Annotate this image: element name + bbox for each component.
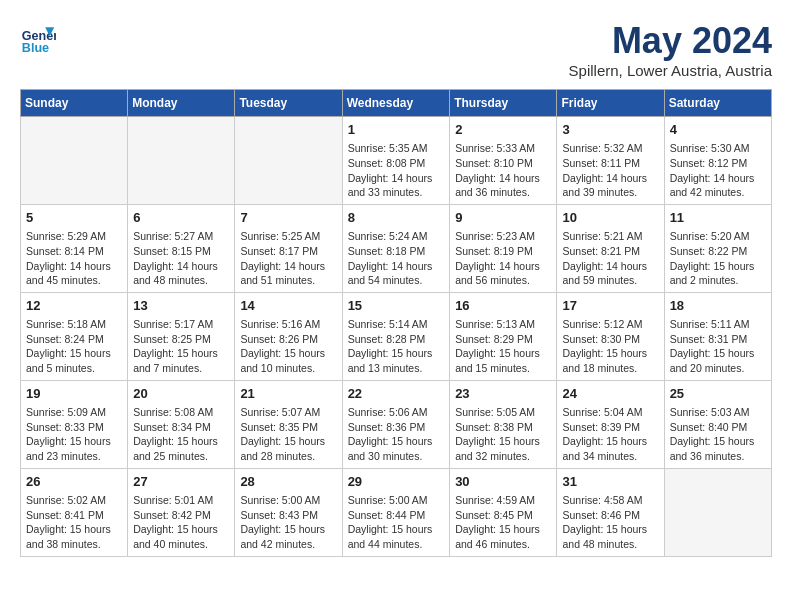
day-info: Sunrise: 5:24 AM Sunset: 8:18 PM Dayligh… <box>348 229 445 288</box>
day-info: Sunrise: 5:14 AM Sunset: 8:28 PM Dayligh… <box>348 317 445 376</box>
day-number: 6 <box>133 209 229 227</box>
day-info: Sunrise: 5:02 AM Sunset: 8:41 PM Dayligh… <box>26 493 122 552</box>
calendar-day-cell: 29Sunrise: 5:00 AM Sunset: 8:44 PM Dayli… <box>342 468 450 556</box>
calendar-day-cell: 21Sunrise: 5:07 AM Sunset: 8:35 PM Dayli… <box>235 380 342 468</box>
calendar-day-cell: 2Sunrise: 5:33 AM Sunset: 8:10 PM Daylig… <box>450 117 557 205</box>
day-number: 23 <box>455 385 551 403</box>
calendar-day-cell: 11Sunrise: 5:20 AM Sunset: 8:22 PM Dayli… <box>664 204 771 292</box>
day-info: Sunrise: 5:08 AM Sunset: 8:34 PM Dayligh… <box>133 405 229 464</box>
day-info: Sunrise: 5:17 AM Sunset: 8:25 PM Dayligh… <box>133 317 229 376</box>
calendar-day-cell: 10Sunrise: 5:21 AM Sunset: 8:21 PM Dayli… <box>557 204 664 292</box>
day-info: Sunrise: 5:00 AM Sunset: 8:43 PM Dayligh… <box>240 493 336 552</box>
month-title: May 2024 <box>569 20 772 62</box>
day-info: Sunrise: 5:07 AM Sunset: 8:35 PM Dayligh… <box>240 405 336 464</box>
day-number: 3 <box>562 121 658 139</box>
day-number: 31 <box>562 473 658 491</box>
calendar-day-cell <box>128 117 235 205</box>
calendar-day-cell <box>21 117 128 205</box>
day-info: Sunrise: 5:33 AM Sunset: 8:10 PM Dayligh… <box>455 141 551 200</box>
calendar-day-cell: 17Sunrise: 5:12 AM Sunset: 8:30 PM Dayli… <box>557 292 664 380</box>
day-number: 16 <box>455 297 551 315</box>
day-info: Sunrise: 5:20 AM Sunset: 8:22 PM Dayligh… <box>670 229 766 288</box>
calendar-day-cell: 18Sunrise: 5:11 AM Sunset: 8:31 PM Dayli… <box>664 292 771 380</box>
calendar-day-cell: 23Sunrise: 5:05 AM Sunset: 8:38 PM Dayli… <box>450 380 557 468</box>
day-number: 17 <box>562 297 658 315</box>
day-info: Sunrise: 5:01 AM Sunset: 8:42 PM Dayligh… <box>133 493 229 552</box>
calendar-day-cell: 22Sunrise: 5:06 AM Sunset: 8:36 PM Dayli… <box>342 380 450 468</box>
calendar-week-row: 26Sunrise: 5:02 AM Sunset: 8:41 PM Dayli… <box>21 468 772 556</box>
day-number: 25 <box>670 385 766 403</box>
day-info: Sunrise: 5:18 AM Sunset: 8:24 PM Dayligh… <box>26 317 122 376</box>
day-number: 1 <box>348 121 445 139</box>
day-info: Sunrise: 5:30 AM Sunset: 8:12 PM Dayligh… <box>670 141 766 200</box>
day-number: 8 <box>348 209 445 227</box>
day-number: 30 <box>455 473 551 491</box>
day-info: Sunrise: 5:05 AM Sunset: 8:38 PM Dayligh… <box>455 405 551 464</box>
day-number: 26 <box>26 473 122 491</box>
calendar-week-row: 5Sunrise: 5:29 AM Sunset: 8:14 PM Daylig… <box>21 204 772 292</box>
day-info: Sunrise: 5:00 AM Sunset: 8:44 PM Dayligh… <box>348 493 445 552</box>
day-number: 19 <box>26 385 122 403</box>
day-number: 2 <box>455 121 551 139</box>
calendar-day-cell: 26Sunrise: 5:02 AM Sunset: 8:41 PM Dayli… <box>21 468 128 556</box>
title-block: May 2024 Spillern, Lower Austria, Austri… <box>569 20 772 79</box>
calendar-day-cell: 8Sunrise: 5:24 AM Sunset: 8:18 PM Daylig… <box>342 204 450 292</box>
day-number: 27 <box>133 473 229 491</box>
day-number: 28 <box>240 473 336 491</box>
page-header: General Blue General Blue May 2024 Spill… <box>20 20 772 79</box>
day-number: 10 <box>562 209 658 227</box>
calendar-week-row: 19Sunrise: 5:09 AM Sunset: 8:33 PM Dayli… <box>21 380 772 468</box>
day-info: Sunrise: 5:09 AM Sunset: 8:33 PM Dayligh… <box>26 405 122 464</box>
calendar-day-cell: 28Sunrise: 5:00 AM Sunset: 8:43 PM Dayli… <box>235 468 342 556</box>
calendar-day-cell: 19Sunrise: 5:09 AM Sunset: 8:33 PM Dayli… <box>21 380 128 468</box>
calendar-day-cell: 15Sunrise: 5:14 AM Sunset: 8:28 PM Dayli… <box>342 292 450 380</box>
weekday-header: Sunday <box>21 90 128 117</box>
day-info: Sunrise: 5:29 AM Sunset: 8:14 PM Dayligh… <box>26 229 122 288</box>
calendar-day-cell: 7Sunrise: 5:25 AM Sunset: 8:17 PM Daylig… <box>235 204 342 292</box>
svg-text:Blue: Blue <box>22 41 49 55</box>
day-number: 14 <box>240 297 336 315</box>
day-info: Sunrise: 5:06 AM Sunset: 8:36 PM Dayligh… <box>348 405 445 464</box>
calendar-day-cell: 20Sunrise: 5:08 AM Sunset: 8:34 PM Dayli… <box>128 380 235 468</box>
day-number: 21 <box>240 385 336 403</box>
weekday-header: Thursday <box>450 90 557 117</box>
day-info: Sunrise: 5:21 AM Sunset: 8:21 PM Dayligh… <box>562 229 658 288</box>
calendar-day-cell: 27Sunrise: 5:01 AM Sunset: 8:42 PM Dayli… <box>128 468 235 556</box>
day-number: 18 <box>670 297 766 315</box>
day-number: 12 <box>26 297 122 315</box>
day-info: Sunrise: 4:58 AM Sunset: 8:46 PM Dayligh… <box>562 493 658 552</box>
day-info: Sunrise: 5:12 AM Sunset: 8:30 PM Dayligh… <box>562 317 658 376</box>
calendar-day-cell: 12Sunrise: 5:18 AM Sunset: 8:24 PM Dayli… <box>21 292 128 380</box>
day-info: Sunrise: 5:04 AM Sunset: 8:39 PM Dayligh… <box>562 405 658 464</box>
calendar-week-row: 1Sunrise: 5:35 AM Sunset: 8:08 PM Daylig… <box>21 117 772 205</box>
day-info: Sunrise: 5:32 AM Sunset: 8:11 PM Dayligh… <box>562 141 658 200</box>
day-info: Sunrise: 5:11 AM Sunset: 8:31 PM Dayligh… <box>670 317 766 376</box>
day-number: 7 <box>240 209 336 227</box>
day-number: 20 <box>133 385 229 403</box>
calendar-day-cell: 3Sunrise: 5:32 AM Sunset: 8:11 PM Daylig… <box>557 117 664 205</box>
weekday-header: Monday <box>128 90 235 117</box>
day-number: 22 <box>348 385 445 403</box>
calendar-day-cell: 13Sunrise: 5:17 AM Sunset: 8:25 PM Dayli… <box>128 292 235 380</box>
logo: General Blue General Blue <box>20 20 56 56</box>
logo-icon: General Blue <box>20 20 56 56</box>
weekday-header: Friday <box>557 90 664 117</box>
calendar-week-row: 12Sunrise: 5:18 AM Sunset: 8:24 PM Dayli… <box>21 292 772 380</box>
day-info: Sunrise: 5:13 AM Sunset: 8:29 PM Dayligh… <box>455 317 551 376</box>
weekday-header: Wednesday <box>342 90 450 117</box>
calendar-day-cell: 25Sunrise: 5:03 AM Sunset: 8:40 PM Dayli… <box>664 380 771 468</box>
day-number: 11 <box>670 209 766 227</box>
calendar-day-cell <box>664 468 771 556</box>
day-number: 4 <box>670 121 766 139</box>
calendar-day-cell: 14Sunrise: 5:16 AM Sunset: 8:26 PM Dayli… <box>235 292 342 380</box>
day-number: 9 <box>455 209 551 227</box>
day-number: 29 <box>348 473 445 491</box>
day-info: Sunrise: 4:59 AM Sunset: 8:45 PM Dayligh… <box>455 493 551 552</box>
weekday-header: Tuesday <box>235 90 342 117</box>
day-number: 13 <box>133 297 229 315</box>
day-number: 15 <box>348 297 445 315</box>
day-info: Sunrise: 5:25 AM Sunset: 8:17 PM Dayligh… <box>240 229 336 288</box>
day-info: Sunrise: 5:16 AM Sunset: 8:26 PM Dayligh… <box>240 317 336 376</box>
calendar-day-cell: 24Sunrise: 5:04 AM Sunset: 8:39 PM Dayli… <box>557 380 664 468</box>
day-number: 24 <box>562 385 658 403</box>
